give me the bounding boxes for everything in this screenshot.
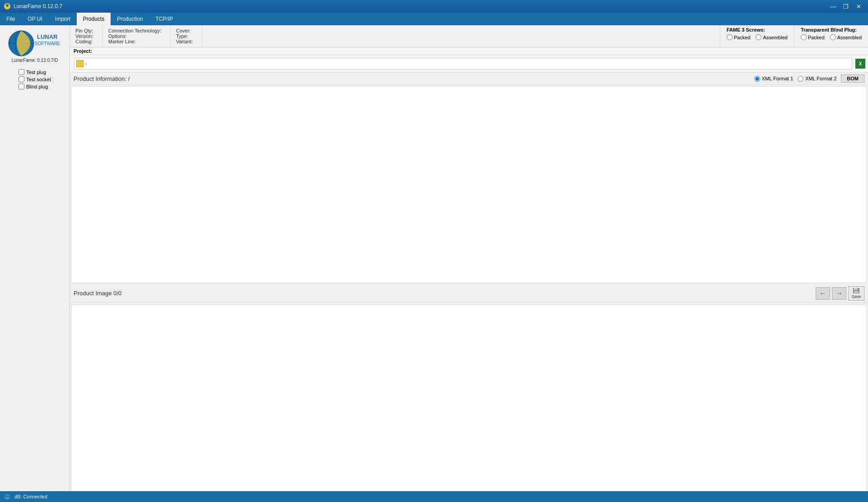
- svg-point-13: [5, 497, 10, 499]
- breadcrumb-row: › X: [70, 55, 868, 73]
- top-header-row: Pin Qty: Version: Coding: Connection Tec…: [70, 25, 868, 47]
- transparent-assembled-label: Assembled: [837, 35, 862, 40]
- transparent-assembled-radio[interactable]: [830, 34, 836, 40]
- content-area: LUNAR SOFTWARE LunarFame: 0.12.0.7/D Tes…: [0, 25, 868, 502]
- xml-format-1-label: XML Format 1: [762, 76, 793, 81]
- version-label: Version:: [75, 33, 93, 39]
- db-icon: [4, 493, 11, 500]
- svg-rect-9: [854, 288, 858, 290]
- xml-format-2-radio[interactable]: [798, 76, 803, 82]
- fame3-packed-radio[interactable]: [727, 34, 733, 40]
- product-info-title: Product Information: /: [74, 75, 130, 82]
- breadcrumb-arrow: ›: [85, 61, 87, 66]
- next-image-button[interactable]: →: [832, 287, 846, 300]
- status-bar: dB: Connected: [0, 491, 868, 502]
- product-image-section: Product Image 0/0 ← → Save: [70, 284, 868, 303]
- test-socket-label: Test socket: [26, 77, 51, 82]
- fame3-title: FAME 3 Screws:: [727, 27, 788, 33]
- bom-button[interactable]: BOM: [841, 74, 864, 83]
- right-options-area: FAME 3 Screws: Packed Assembled: [720, 25, 868, 47]
- folder-icon: [76, 60, 84, 67]
- fame3-section: FAME 3 Screws: Packed Assembled: [720, 25, 794, 47]
- transparent-blind-section: Transparent Blind Plug: Packed Assembled: [794, 25, 868, 47]
- svg-text:LUNAR: LUNAR: [37, 33, 58, 40]
- menu-item-op-ui[interactable]: OP UI: [21, 13, 48, 25]
- title-bar-controls: — ❐ ✕: [827, 1, 864, 11]
- project-bar: Project:: [70, 47, 868, 55]
- options-label: Options:: [108, 33, 161, 39]
- fame3-packed-option: Packed: [727, 34, 751, 40]
- title-bar: LunarFame 0.12.0.7 — ❐ ✕: [0, 0, 868, 13]
- filter-test-socket: Test socket: [19, 76, 51, 82]
- status-text: dB: Connected: [14, 494, 47, 499]
- product-info-section: Product Information: / XML Format 1 XML …: [70, 73, 868, 85]
- filter-panel: Test plug Test socket Blind plug: [15, 67, 55, 91]
- svg-text:SOFTWARE: SOFTWARE: [35, 41, 60, 46]
- version-text: LunarFame: 0.12.0.7/D: [12, 58, 58, 63]
- fame3-assembled-label: Assembled: [763, 35, 787, 40]
- xml-format-2-group: XML Format 2: [798, 76, 836, 82]
- fame3-assembled-radio[interactable]: [756, 34, 761, 40]
- image-nav-controls: ← → Save: [816, 286, 864, 301]
- filter-blind-plug: Blind plug: [19, 84, 51, 89]
- svg-rect-10: [854, 291, 859, 293]
- transparent-assembled-option: Assembled: [830, 34, 862, 40]
- xml-format-2-label: XML Format 2: [805, 76, 836, 81]
- pin-qty-label: Pin Qty:: [75, 28, 93, 33]
- marker-line-label: Marker Line:: [108, 39, 161, 44]
- title-bar-left: LunarFame 0.12.0.7: [4, 3, 62, 10]
- transparent-packed-label: Packed: [808, 35, 825, 40]
- blind-plug-checkbox[interactable]: [19, 84, 24, 89]
- prev-image-button[interactable]: ←: [816, 287, 830, 300]
- save-label: Save: [852, 294, 861, 299]
- props-col-3: Cover: Type: Variant:: [171, 25, 202, 47]
- variant-label: Variant:: [176, 39, 193, 44]
- conn-tech-label: Connection Technology:: [108, 28, 161, 33]
- save-disk-icon: [853, 288, 860, 294]
- format-controls: XML Format 1 XML Format 2 BOM: [754, 74, 864, 83]
- logo-area: LUNAR SOFTWARE LunarFame: 0.12.0.7/D: [5, 27, 65, 65]
- transparent-blind-radio-row: Packed Assembled: [801, 34, 862, 40]
- xml-format-1-group: XML Format 1: [754, 76, 793, 82]
- transparent-blind-title: Transparent Blind Plug:: [801, 27, 862, 33]
- fame3-assembled-option: Assembled: [756, 34, 787, 40]
- app-container: LUNAR SOFTWARE LunarFame: 0.12.0.7/D Tes…: [0, 25, 868, 502]
- test-socket-checkbox[interactable]: [19, 76, 24, 82]
- title-bar-text: LunarFame 0.12.0.7: [14, 3, 62, 9]
- left-sidebar: LUNAR SOFTWARE LunarFame: 0.12.0.7/D Tes…: [0, 25, 70, 502]
- close-button[interactable]: ✕: [853, 1, 864, 11]
- filter-test-plug: Test plug: [19, 69, 51, 75]
- product-content-area: [71, 86, 867, 283]
- logo-image: LUNAR SOFTWARE: [8, 30, 62, 57]
- restore-button[interactable]: ❐: [840, 1, 852, 11]
- cover-label: Cover:: [176, 28, 193, 33]
- menu-item-tcp-ip[interactable]: TCP/IP: [149, 13, 180, 25]
- product-image-title: Product Image 0/0: [74, 290, 121, 297]
- coding-label: Coding:: [75, 39, 93, 44]
- app-icon: [4, 3, 11, 10]
- save-image-button[interactable]: Save: [848, 286, 864, 301]
- fame3-radio-row: Packed Assembled: [727, 34, 788, 40]
- transparent-packed-option: Packed: [801, 34, 825, 40]
- fame3-packed-label: Packed: [734, 35, 751, 40]
- menu-item-import[interactable]: Import: [49, 13, 77, 25]
- menu-item-file[interactable]: File: [0, 13, 21, 25]
- excel-export-button[interactable]: X: [855, 59, 865, 69]
- xml-format-1-radio[interactable]: [754, 76, 760, 82]
- minimize-button[interactable]: —: [827, 1, 839, 11]
- svg-point-1: [6, 4, 9, 7]
- type-label: Type:: [176, 33, 193, 39]
- main-content: Pin Qty: Version: Coding: Connection Tec…: [70, 25, 868, 502]
- transparent-packed-radio[interactable]: [801, 34, 807, 40]
- blind-plug-label: Blind plug: [26, 84, 48, 89]
- menu-bar: File OP UI Import Products Production TC…: [0, 13, 868, 25]
- breadcrumb-area: ›: [74, 58, 852, 70]
- test-plug-label: Test plug: [26, 70, 46, 75]
- props-col-1: Pin Qty: Version: Coding:: [70, 25, 103, 47]
- props-col-2: Connection Technology: Options: Marker L…: [103, 25, 171, 47]
- menu-item-production[interactable]: Production: [111, 13, 149, 25]
- project-label: Project:: [74, 48, 92, 54]
- test-plug-checkbox[interactable]: [19, 69, 24, 75]
- menu-item-products[interactable]: Products: [77, 13, 111, 25]
- product-image-area: [71, 304, 867, 501]
